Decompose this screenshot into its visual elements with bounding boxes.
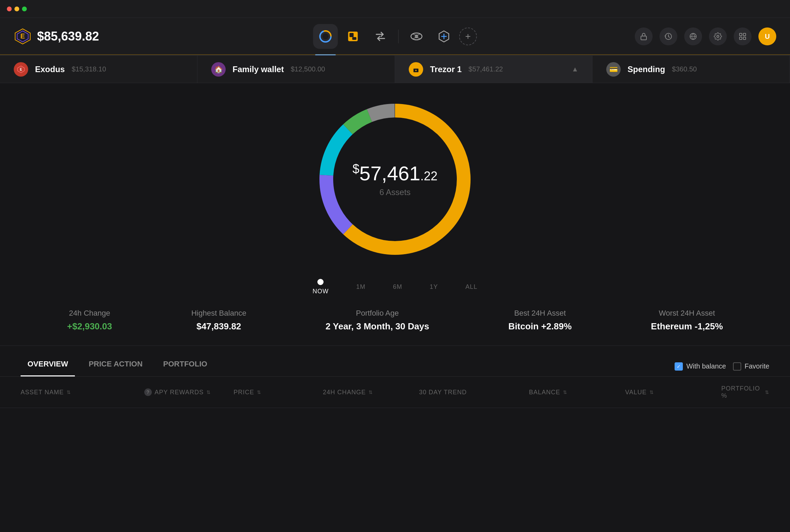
sort-icon-portfolio: ⇅ xyxy=(765,389,769,395)
spending-balance: $360.50 xyxy=(672,65,697,73)
svg-rect-19 xyxy=(740,33,742,36)
svg-point-5 xyxy=(323,33,329,39)
th-30day-trend: 30 DAY TREND xyxy=(419,389,529,396)
table-header: ASSET NAME ⇅ ? APY REWARDS ⇅ PRICE ⇅ 24H… xyxy=(0,377,790,408)
filter-favorite[interactable]: Favorite xyxy=(733,362,769,371)
stat-best-asset-label: Best 24H Asset xyxy=(508,309,572,318)
svg-rect-21 xyxy=(740,37,742,39)
timeline: NOW 1M 6M 1Y ALL xyxy=(278,279,512,295)
trezor-arrow: ▲ xyxy=(572,65,578,73)
stat-24h-change-value: +$2,930.03 xyxy=(67,321,112,332)
sort-icon-asset: ⇅ xyxy=(67,389,71,395)
timeline-1m[interactable]: 1M xyxy=(356,283,365,291)
exodus-balance: $15,318.10 xyxy=(72,65,106,73)
apy-info-icon: ? xyxy=(144,388,152,396)
svg-text:E: E xyxy=(20,68,22,71)
svg-text:E: E xyxy=(20,32,25,40)
tabs-right-filters: ✓ With balance Favorite xyxy=(675,362,769,371)
donut-chart: $57,461.22 6 Assets xyxy=(306,90,484,269)
timeline-now[interactable]: NOW xyxy=(313,279,329,295)
tab-price-action[interactable]: PRICE ACTION xyxy=(82,356,149,376)
exodus-name: Exodus xyxy=(35,65,65,74)
svg-point-26 xyxy=(415,70,417,71)
user-button[interactable]: U xyxy=(758,27,776,45)
nav-apps-button[interactable] xyxy=(404,24,429,49)
th-portfolio-pct[interactable]: PORTFOLIO % ⇅ xyxy=(721,385,769,399)
donut-assets: 6 Assets xyxy=(352,188,437,197)
with-balance-checkbox[interactable]: ✓ xyxy=(675,362,683,371)
svg-rect-20 xyxy=(743,33,746,36)
tab-portfolio[interactable]: PORTFOLIO xyxy=(156,356,214,376)
timeline-label-1y: 1Y xyxy=(430,283,438,291)
wallet-tab-exodus[interactable]: E Exodus $15,318.10 xyxy=(0,56,198,83)
svg-rect-22 xyxy=(743,37,746,39)
favorite-checkbox[interactable] xyxy=(733,362,741,371)
globe-button[interactable] xyxy=(684,27,702,45)
stat-best-asset: Best 24H Asset Bitcoin +2.89% xyxy=(508,309,572,332)
history-button[interactable] xyxy=(659,27,677,45)
svg-rect-8 xyxy=(352,37,357,40)
stat-portfolio-age-value: 2 Year, 3 Month, 30 Days xyxy=(326,321,429,332)
donut-center: $57,461.22 6 Assets xyxy=(352,162,437,197)
nav-add-network-button[interactable] xyxy=(432,24,456,49)
timeline-1y[interactable]: 1Y xyxy=(430,283,438,291)
enkrypt-logo-icon: E xyxy=(14,27,32,45)
wallet-tab-spending[interactable]: 💳 Spending $360.50 xyxy=(592,56,790,83)
nav-swap-button[interactable] xyxy=(368,24,393,49)
favorite-label: Favorite xyxy=(745,362,769,370)
grid-button[interactable] xyxy=(734,27,752,45)
nav-portfolio-button[interactable] xyxy=(313,24,338,49)
trezor-balance: $57,461.22 xyxy=(469,65,503,73)
chart-area: $57,461.22 6 Assets NOW 1M 6M 1Y ALL xyxy=(0,83,790,295)
sort-icon-change: ⇅ xyxy=(369,389,373,395)
donut-main: 57,461 xyxy=(359,162,420,184)
main-content: $57,461.22 6 Assets NOW 1M 6M 1Y ALL xyxy=(0,83,790,532)
total-balance: $85,639.82 xyxy=(37,29,99,44)
stat-worst-asset-label: Worst 24H Asset xyxy=(651,309,723,318)
timeline-label-6m: 6M xyxy=(393,283,402,291)
tab-overview[interactable]: OVERVIEW xyxy=(21,356,75,376)
wallet-tab-trezor[interactable]: Trezor 1 $57,461.22 ▲ xyxy=(395,56,592,83)
maximize-button[interactable] xyxy=(22,7,27,11)
donut-amount: $57,461.22 xyxy=(352,162,437,185)
spending-icon: 💳 xyxy=(606,62,621,77)
stat-24h-change-label: 24h Change xyxy=(67,309,112,318)
sort-icon-apy: ⇅ xyxy=(206,389,211,395)
timeline-all[interactable]: ALL xyxy=(465,283,477,291)
window-controls xyxy=(7,7,27,11)
nav-add-button[interactable]: + xyxy=(459,27,477,45)
wallet-tabs: E Exodus $15,318.10 🏠 Family wallet $12,… xyxy=(0,56,790,83)
sort-icon-value: ⇅ xyxy=(650,389,654,395)
nav-right: U xyxy=(635,27,776,45)
nav-nft-button[interactable] xyxy=(341,24,365,49)
timeline-label-now: NOW xyxy=(313,288,329,295)
stat-highest-balance-label: Highest Balance xyxy=(191,309,246,318)
stat-best-asset-value: Bitcoin +2.89% xyxy=(508,321,572,332)
exodus-icon: E xyxy=(14,62,28,77)
lock-button[interactable] xyxy=(635,27,653,45)
th-24h-change[interactable]: 24H CHANGE ⇅ xyxy=(323,389,419,396)
th-price[interactable]: PRICE ⇅ xyxy=(234,389,323,396)
spending-name: Spending xyxy=(628,65,665,74)
th-apy-rewards[interactable]: ? APY REWARDS ⇅ xyxy=(144,388,234,396)
filter-with-balance[interactable]: ✓ With balance xyxy=(675,362,726,371)
svg-rect-9 xyxy=(350,38,352,40)
stat-portfolio-age: Portfolio Age 2 Year, 3 Month, 30 Days xyxy=(326,309,429,332)
timeline-6m[interactable]: 6M xyxy=(393,283,402,291)
stat-portfolio-age-label: Portfolio Age xyxy=(326,309,429,318)
timeline-label-all: ALL xyxy=(465,283,477,291)
svg-rect-15 xyxy=(641,36,646,40)
th-asset-name[interactable]: ASSET NAME ⇅ xyxy=(21,389,144,396)
settings-button[interactable] xyxy=(709,27,727,45)
stat-highest-balance-value: $47,839.82 xyxy=(191,321,246,332)
wallet-tab-family[interactable]: 🏠 Family wallet $12,500.00 xyxy=(198,56,395,83)
th-value[interactable]: VALUE ⇅ xyxy=(625,389,721,396)
topbar-accent xyxy=(0,54,790,55)
svg-rect-7 xyxy=(350,33,354,37)
stat-worst-asset: Worst 24H Asset Ethereum -1,25% xyxy=(651,309,723,332)
th-balance[interactable]: BALANCE ⇅ xyxy=(529,389,625,396)
sort-icon-price: ⇅ xyxy=(257,389,261,395)
minimize-button[interactable] xyxy=(14,7,19,11)
close-button[interactable] xyxy=(7,7,12,11)
topbar: E $85,639.82 xyxy=(0,18,790,56)
